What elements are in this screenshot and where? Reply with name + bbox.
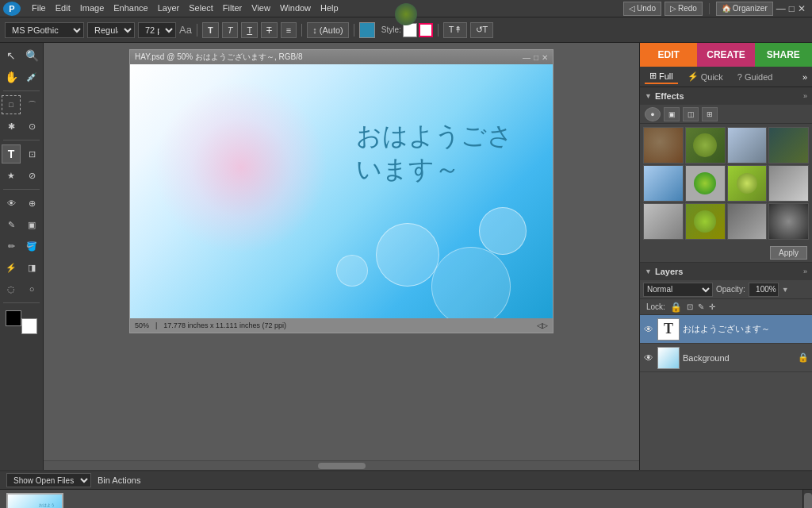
text-italic-btn[interactable]: T bbox=[222, 22, 239, 38]
leading-btn[interactable]: ↕ (Auto) bbox=[307, 22, 349, 38]
foreground-color-chip[interactable] bbox=[6, 310, 21, 326]
eyedropper-tool[interactable]: 💉 bbox=[22, 67, 41, 87]
crop-tool[interactable]: ⊡ bbox=[22, 144, 41, 164]
effect-thumb-3[interactable] bbox=[727, 127, 768, 164]
text-strikethrough-btn[interactable]: T bbox=[261, 22, 278, 38]
cookie-cutter-tool[interactable]: ★ bbox=[2, 166, 21, 185]
paint-bucket-tool[interactable]: 🪣 bbox=[22, 237, 41, 256]
effect-thumb-1[interactable] bbox=[643, 127, 684, 164]
guided-tab[interactable]: ? Guided bbox=[733, 71, 778, 83]
lasso-tool[interactable]: ⌒ bbox=[22, 95, 41, 114]
selection-brush-tool[interactable]: ⊙ bbox=[22, 117, 41, 136]
opacity-input[interactable] bbox=[749, 283, 779, 297]
font-size-select[interactable]: 72 pt bbox=[138, 22, 176, 38]
share-tab[interactable]: SHARE bbox=[755, 43, 812, 67]
layer-text-item[interactable]: 👁 T おはようございます～ bbox=[640, 315, 812, 344]
effects-apply-btn[interactable]: Apply bbox=[770, 246, 807, 260]
effects-filter-btn1[interactable]: ● bbox=[645, 107, 661, 121]
layers-header[interactable]: ▼ Layers » bbox=[640, 263, 812, 280]
blend-mode-select[interactable]: Normal bbox=[643, 283, 713, 297]
background-color-chip[interactable] bbox=[21, 318, 37, 334]
menu-file[interactable]: File bbox=[27, 2, 51, 14]
opacity-arrow[interactable]: ▼ bbox=[782, 286, 789, 294]
layer-vis-1[interactable]: 👁 bbox=[643, 324, 654, 335]
eraser-tool[interactable]: ▣ bbox=[22, 215, 41, 234]
menu-view[interactable]: View bbox=[247, 2, 275, 14]
organizer-button[interactable]: 🏠 Organizer bbox=[716, 2, 773, 16]
bin-scrollbar[interactable] bbox=[802, 490, 812, 508]
clone-stamp-tool[interactable]: ✎ bbox=[2, 215, 21, 234]
menu-help[interactable]: Help bbox=[316, 2, 343, 14]
lock-all-icon[interactable]: 🔒 bbox=[670, 302, 682, 313]
right-panel: EDIT CREATE SHARE ⊞ Full ⚡ Quick ? Guide… bbox=[639, 43, 812, 470]
effect-thumb-10[interactable] bbox=[685, 203, 726, 240]
blur-tool[interactable]: ◌ bbox=[2, 279, 21, 298]
effects-filter-btn3[interactable]: ◫ bbox=[683, 107, 699, 121]
text-bold-btn[interactable]: T bbox=[202, 22, 219, 38]
lock-move-icon[interactable]: ✛ bbox=[709, 302, 715, 311]
undo-button[interactable]: ◁ Undo bbox=[623, 2, 661, 16]
text-warp-btn[interactable]: T↟ bbox=[443, 22, 467, 38]
effects-header[interactable]: ▼ Effects » bbox=[640, 87, 812, 105]
marquee-tool[interactable]: □ bbox=[2, 95, 21, 114]
text-color-swatch[interactable] bbox=[359, 22, 375, 38]
magic-wand-tool[interactable]: ✱ bbox=[2, 117, 21, 136]
effect-thumb-5[interactable] bbox=[643, 165, 684, 202]
effect-thumb-9[interactable] bbox=[643, 203, 684, 240]
straighten-tool[interactable]: ⊘ bbox=[22, 166, 41, 185]
effect-thumb-11[interactable] bbox=[727, 203, 768, 240]
effect-thumb-12[interactable] bbox=[768, 203, 809, 240]
zoom-tool[interactable]: 🔍 bbox=[22, 46, 41, 65]
doc-minimize-btn[interactable]: — bbox=[523, 53, 530, 62]
effects-expand-icon[interactable]: » bbox=[803, 92, 807, 100]
dodge-tool[interactable]: ○ bbox=[22, 279, 41, 298]
menu-filter[interactable]: Filter bbox=[218, 2, 247, 14]
doc-restore-btn[interactable]: □ bbox=[534, 53, 538, 62]
text-cancel-btn[interactable]: ↺T bbox=[470, 22, 494, 38]
font-family-select[interactable]: MS PGothic bbox=[5, 22, 84, 38]
menu-window[interactable]: Window bbox=[275, 2, 316, 14]
move-tool[interactable]: ↖ bbox=[2, 46, 21, 65]
gradient-tool[interactable]: ◨ bbox=[22, 258, 41, 277]
text-underline-btn[interactable]: T bbox=[241, 22, 258, 38]
edit-tab[interactable]: EDIT bbox=[640, 43, 697, 67]
redeye-tool[interactable]: 👁 bbox=[2, 194, 21, 213]
effect-thumb-4[interactable] bbox=[768, 127, 809, 164]
effects-filter-btn4[interactable]: ⊞ bbox=[702, 107, 718, 121]
spot-heal-tool[interactable]: ⊕ bbox=[22, 194, 41, 213]
menu-layer[interactable]: Layer bbox=[153, 2, 185, 14]
lock-paint-icon[interactable]: ✎ bbox=[698, 302, 704, 311]
bubble2 bbox=[431, 247, 511, 318]
type-tool[interactable]: T bbox=[2, 144, 21, 164]
canvas-content[interactable]: おはようごさ います～ bbox=[130, 64, 553, 318]
color-chips bbox=[6, 310, 37, 334]
quick-tab[interactable]: ⚡ Quick bbox=[683, 70, 728, 83]
hand-tool[interactable]: ✋ bbox=[2, 67, 21, 87]
bin-thumb[interactable]: おはようございます bbox=[6, 493, 63, 508]
panel-expand-btn[interactable]: » bbox=[802, 72, 807, 82]
show-files-select[interactable]: Show Open Files bbox=[6, 473, 91, 487]
doc-close-btn[interactable]: ✕ bbox=[542, 53, 548, 62]
effect-thumb-2[interactable] bbox=[685, 127, 726, 164]
canvas-hscrollbar[interactable] bbox=[44, 460, 639, 470]
smart-brush-tool[interactable]: ⚡ bbox=[2, 258, 21, 277]
effect-thumb-8[interactable] bbox=[768, 165, 809, 202]
create-tab[interactable]: CREATE bbox=[697, 43, 754, 67]
font-style-select[interactable]: Regular bbox=[87, 22, 135, 38]
effects-filter-btn2[interactable]: ▣ bbox=[664, 107, 680, 121]
effect-thumb-6[interactable] bbox=[685, 165, 726, 202]
full-tab[interactable]: ⊞ Full bbox=[645, 69, 678, 84]
menu-enhance[interactable]: Enhance bbox=[109, 2, 152, 14]
menu-select[interactable]: Select bbox=[184, 2, 218, 14]
layer-vis-2[interactable]: 👁 bbox=[643, 352, 654, 364]
brush-tool[interactable]: ✏ bbox=[2, 237, 21, 256]
text-align-left-btn[interactable]: ≡ bbox=[281, 22, 297, 38]
menu-edit[interactable]: Edit bbox=[51, 2, 75, 14]
redo-button[interactable]: ▷ Redo bbox=[665, 2, 703, 16]
effect-thumb-7[interactable] bbox=[727, 165, 768, 202]
bubble1 bbox=[376, 223, 439, 287]
layer-bg-item[interactable]: 👁 Background 🔒 bbox=[640, 344, 812, 372]
layers-expand-icon[interactable]: » bbox=[803, 267, 807, 275]
menu-image[interactable]: Image bbox=[75, 2, 109, 14]
lock-transparent-icon[interactable]: ⊡ bbox=[687, 302, 693, 311]
